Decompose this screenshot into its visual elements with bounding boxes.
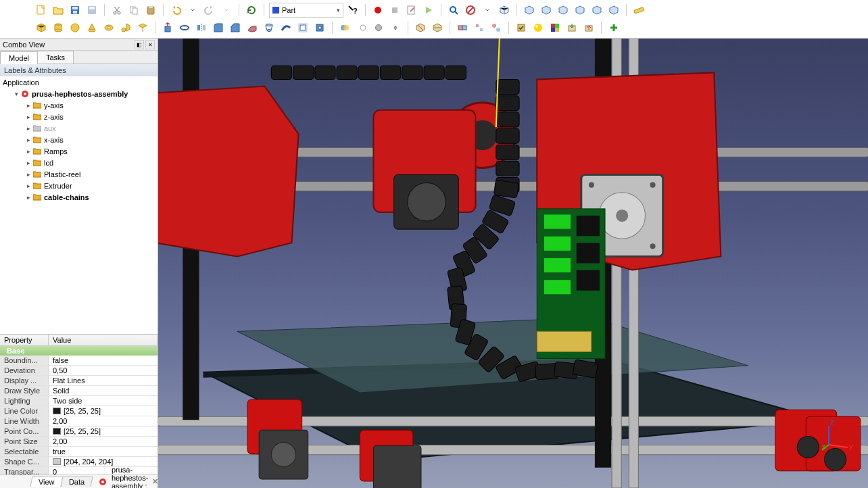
zoom-fit-button[interactable] — [446, 3, 461, 18]
thickness-button[interactable] — [312, 20, 327, 35]
combo-view-close-button[interactable]: ✕ — [145, 40, 155, 49]
part-cube-button[interactable] — [34, 20, 49, 35]
explode-compound-button[interactable] — [472, 20, 487, 35]
document-close-button[interactable]: ✕ — [152, 477, 158, 486]
part-torus-button[interactable] — [101, 20, 116, 35]
view-right-button[interactable] — [556, 3, 571, 18]
tab-data[interactable]: Data — [60, 477, 93, 487]
undo-button[interactable] — [168, 3, 183, 18]
property-row[interactable]: Line Color[25, 25, 25] — [0, 406, 158, 416]
expand-arrow-icon[interactable]: ▸ — [24, 194, 32, 201]
new-file-button[interactable] — [34, 3, 49, 18]
tree-node-document[interactable]: ▾ prusa-hephestos-assembly — [0, 88, 158, 99]
measure-button[interactable] — [631, 3, 646, 18]
property-row[interactable]: Draw StyleSolid — [0, 386, 158, 396]
paste-button[interactable] — [143, 3, 158, 18]
3d-viewport[interactable]: z y x — [158, 39, 868, 488]
compound-filter-button[interactable] — [489, 20, 504, 35]
part-shapebuilder-button[interactable] — [135, 20, 150, 35]
property-row[interactable]: Display ...Flat Lines — [0, 376, 158, 386]
expand-arrow-icon[interactable]: ▸ — [24, 114, 32, 120]
property-row[interactable]: Line Width2,00 — [0, 416, 158, 426]
view-front-button[interactable] — [522, 3, 537, 18]
tree-node-x-axis[interactable]: ▸x-axis — [0, 134, 158, 145]
cut-bool-button[interactable] — [354, 20, 369, 35]
expand-arrow-icon[interactable]: ▸ — [24, 160, 32, 166]
loft-button[interactable] — [262, 20, 276, 35]
tree-node-Ramps[interactable]: ▸Ramps — [0, 145, 158, 157]
tree-node-z-axis[interactable]: ▸z-axis — [0, 111, 158, 122]
property-row[interactable]: Selectabletrue — [0, 447, 158, 457]
set-colors-button[interactable] — [548, 20, 562, 35]
tree-node-Extruder[interactable]: ▸Extruder — [0, 180, 158, 191]
common-button[interactable] — [388, 20, 403, 35]
open-file-button[interactable] — [51, 3, 66, 18]
combo-view-float-button[interactable]: ◧ — [135, 40, 144, 49]
view-bottom-button[interactable] — [589, 3, 604, 18]
sweep-button[interactable] — [279, 20, 293, 35]
tree-node-cable-chains[interactable]: ▸cable-chains — [0, 191, 158, 203]
view-iso-button[interactable] — [497, 3, 512, 18]
compound-button[interactable] — [455, 20, 470, 35]
whats-this-button[interactable]: ? — [345, 3, 360, 18]
macro-record-button[interactable] — [370, 3, 385, 18]
view-top-button[interactable] — [539, 3, 554, 18]
expand-arrow-icon[interactable]: ▸ — [24, 148, 32, 155]
save-button[interactable] — [68, 3, 82, 18]
undo-dropdown[interactable] — [185, 3, 200, 18]
expand-arrow-icon[interactable]: ▾ — [12, 91, 20, 97]
expand-arrow-icon[interactable]: ▸ — [24, 137, 32, 143]
part-cone-button[interactable] — [85, 20, 99, 35]
revolve-button[interactable] — [177, 20, 192, 35]
import-button[interactable] — [564, 20, 579, 35]
redo-button[interactable] — [202, 3, 217, 18]
fillet-button[interactable] — [211, 20, 226, 35]
mirror-button[interactable] — [194, 20, 209, 35]
expand-arrow-icon[interactable]: ▸ — [24, 182, 32, 189]
view-left-button[interactable] — [606, 3, 621, 18]
section-button[interactable] — [413, 20, 428, 35]
property-grid-body[interactable]: BaseBoundin...falseDeviation0,50Display … — [0, 346, 158, 474]
tree-node-application[interactable]: Application — [0, 76, 158, 88]
tab-tasks[interactable]: Tasks — [37, 51, 74, 64]
expand-arrow-icon[interactable]: ▸ — [24, 125, 32, 132]
view-rear-button[interactable] — [573, 3, 587, 18]
chamfer-button[interactable] — [228, 20, 243, 35]
tree-node-lcd[interactable]: ▸lcd — [0, 157, 158, 168]
export-button[interactable] — [581, 20, 596, 35]
tree-node-y-axis[interactable]: ▸y-axis — [0, 99, 158, 111]
tab-view[interactable]: View — [30, 477, 63, 487]
workbench-selector[interactable]: Part ▾ — [269, 3, 343, 18]
add-button[interactable] — [606, 20, 621, 35]
model-tree[interactable]: Application ▾ prusa-hephestos-assembly ▸… — [0, 76, 158, 334]
part-cylinder-button[interactable] — [51, 20, 66, 35]
property-row[interactable]: Point Co...[25, 25, 25] — [0, 426, 158, 437]
draw-style-dropdown[interactable] — [480, 3, 495, 18]
macro-edit-button[interactable] — [404, 3, 419, 18]
tree-node-Plastic-reel[interactable]: ▸Plastic-reel — [0, 168, 158, 180]
tab-model[interactable]: Model — [0, 51, 38, 64]
redo-dropdown[interactable] — [219, 3, 234, 18]
copy-button[interactable] — [126, 3, 141, 18]
cross-sections-button[interactable] — [430, 20, 445, 35]
part-primitives-button[interactable] — [118, 20, 133, 35]
offset-button[interactable] — [295, 20, 310, 35]
property-row[interactable]: Point Size2,00 — [0, 437, 158, 447]
boolean-button[interactable] — [337, 20, 352, 35]
macro-stop-button[interactable] — [387, 3, 402, 18]
draw-style-button[interactable] — [463, 3, 478, 18]
union-button[interactable] — [371, 20, 386, 35]
check-geometry-button[interactable] — [514, 20, 529, 35]
refresh-button[interactable] — [244, 3, 259, 18]
extrude-button[interactable] — [160, 20, 175, 35]
property-row[interactable]: LightingTwo side — [0, 396, 158, 406]
ruled-surface-button[interactable] — [245, 20, 260, 35]
expand-arrow-icon[interactable]: ▸ — [24, 171, 32, 178]
property-row[interactable]: Deviation0,50 — [0, 366, 158, 376]
appearance-button[interactable] — [531, 20, 546, 35]
cut-button[interactable] — [110, 3, 124, 18]
save-as-button[interactable] — [85, 3, 99, 18]
property-row[interactable]: Boundin...false — [0, 356, 158, 366]
expand-arrow-icon[interactable]: ▸ — [24, 102, 32, 109]
macro-run-button[interactable] — [421, 3, 436, 18]
